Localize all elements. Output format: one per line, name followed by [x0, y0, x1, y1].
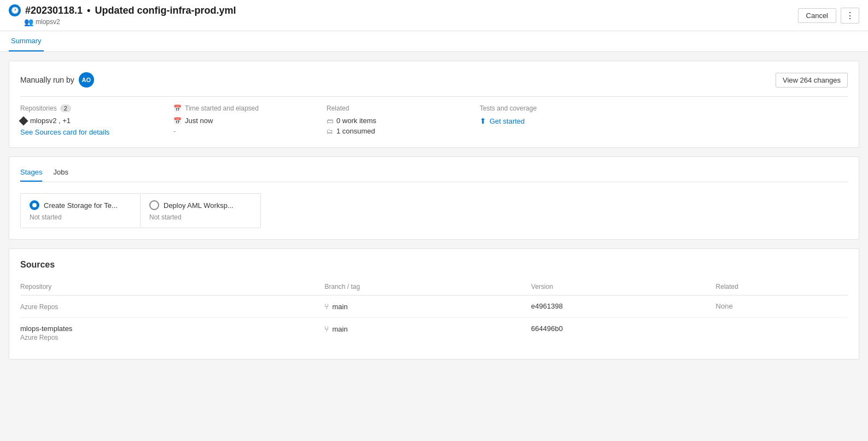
- repo-type-1: Azure Repos: [20, 303, 324, 311]
- get-started-link[interactable]: ⬆ Get started: [480, 117, 622, 125]
- related-label: Related: [327, 105, 469, 112]
- tab-jobs[interactable]: Jobs: [53, 168, 68, 182]
- version-cell-1: e4961398: [531, 295, 715, 318]
- main-content: Manually run by AO View 264 changes Repo…: [0, 52, 868, 368]
- stage-title-1: Create Storage for Te...: [30, 200, 131, 210]
- tests-section: Tests and coverage ⬆ Get started: [480, 105, 633, 136]
- nav-tabs: Summary: [0, 31, 868, 52]
- stage-title-2: Deploy AML Worksp...: [149, 200, 252, 210]
- avatar: AO: [79, 72, 94, 88]
- branch-icon-2: ⑂: [324, 324, 329, 333]
- related-section: Related 🗃 0 work items 🗂 1 consumed: [327, 105, 480, 136]
- branch-value-1: main: [332, 303, 347, 311]
- stages-card: Stages Jobs Create Storage for Te... Not…: [9, 156, 859, 240]
- stage-name-1: Create Storage for Te...: [44, 201, 118, 210]
- top-bar: 🕐 #20230118.1 • Updated config-infra-pro…: [0, 0, 868, 31]
- consumed-icon: 🗂: [327, 127, 333, 135]
- view-changes-button[interactable]: View 264 changes: [776, 73, 848, 88]
- diamond-icon: [19, 116, 28, 125]
- repo-name-2: mlops-templates: [20, 324, 324, 333]
- tab-summary[interactable]: Summary: [9, 31, 44, 51]
- repo-name: mlopsv2 , +1: [30, 117, 71, 125]
- top-bar-actions: Cancel ⋮: [798, 8, 859, 24]
- stage-status-2: Not started: [149, 213, 252, 221]
- work-items-value: 🗃 0 work items: [327, 117, 469, 125]
- stages-grid: Create Storage for Te... Not started Dep…: [20, 193, 848, 228]
- branch-value-2: main: [332, 325, 347, 333]
- repositories-badge: 2: [60, 105, 71, 112]
- manually-run-section: Manually run by AO: [20, 72, 94, 88]
- more-options-button[interactable]: ⋮: [841, 8, 859, 24]
- col-branch: Branch / tag: [324, 278, 531, 295]
- sources-table: Repository Branch / tag Version Related …: [20, 278, 848, 348]
- time-label: 📅 Time started and elapsed: [173, 105, 316, 112]
- table-row: Azure Repos ⑂ main e4961398 None: [20, 295, 848, 318]
- circle-icon: [149, 200, 159, 210]
- sources-link[interactable]: See Sources card for details: [20, 128, 109, 136]
- run-subtitle: 👥 mlopsv2: [24, 18, 236, 26]
- run-title-text: Updated config-infra-prod.yml: [95, 5, 236, 16]
- related-cell-2: [716, 318, 848, 349]
- branch-cell-2: ⑂ main: [324, 318, 531, 349]
- branch-icon-1: ⑂: [324, 302, 329, 311]
- version-cell-2: 664496b0: [531, 318, 715, 349]
- related-cell-1: None: [716, 295, 848, 318]
- col-related: Related: [716, 278, 848, 295]
- summary-card: Manually run by AO View 264 changes Repo…: [9, 61, 859, 148]
- col-version: Version: [531, 278, 715, 295]
- time-secondary: -: [173, 127, 316, 135]
- repo-row: mlopsv2 , +1: [20, 117, 162, 125]
- run-title: 🕐 #20230118.1 • Updated config-infra-pro…: [9, 4, 236, 16]
- repo-type-2: Azure Repos: [20, 334, 324, 341]
- sources-card: Sources Repository Branch / tag Version …: [9, 248, 859, 359]
- stages-tabs: Stages Jobs: [20, 168, 848, 182]
- info-grid: Repositories 2 mlopsv2 , +1 See Sources …: [20, 96, 848, 136]
- tab-stages[interactable]: Stages: [20, 168, 42, 182]
- consumed-value: 🗂 1 consumed: [327, 127, 469, 135]
- repositories-section: Repositories 2 mlopsv2 , +1 See Sources …: [20, 105, 173, 136]
- run-subtitle-text: mlopsv2: [36, 18, 60, 26]
- run-number: #20230118.1: [25, 5, 83, 16]
- clock-icon: 🕐: [9, 4, 21, 16]
- cancel-button[interactable]: Cancel: [798, 8, 836, 23]
- work-items-icon: 🗃: [327, 117, 333, 125]
- time-value: 📅 Just now: [173, 117, 316, 125]
- table-row: mlops-templates Azure Repos ⑂ main 66449…: [20, 318, 848, 349]
- calendar-icon: 📅: [173, 105, 182, 112]
- stage-create-storage[interactable]: Create Storage for Te... Not started: [20, 193, 141, 228]
- time-section: 📅 Time started and elapsed 📅 Just now -: [173, 105, 327, 136]
- sources-title: Sources: [20, 260, 848, 270]
- manually-run-label: Manually run by: [20, 76, 74, 84]
- col-repository: Repository: [20, 278, 324, 295]
- stage-deploy-aml[interactable]: Deploy AML Worksp... Not started: [141, 193, 261, 228]
- stage-name-2: Deploy AML Worksp...: [164, 201, 234, 210]
- branch-cell-1: ⑂ main: [324, 295, 531, 318]
- repo-cell-1: Azure Repos: [20, 295, 324, 318]
- summary-header: Manually run by AO View 264 changes: [20, 72, 848, 88]
- sources-table-header: Repository Branch / tag Version Related: [20, 278, 848, 295]
- repositories-label: Repositories 2: [20, 105, 162, 112]
- tests-label: Tests and coverage: [480, 105, 622, 112]
- time-calendar-icon: 📅: [173, 117, 182, 125]
- run-separator: •: [87, 5, 90, 16]
- stage-status-1: Not started: [30, 213, 131, 221]
- spinner-icon: [30, 200, 39, 210]
- test-icon: ⬆: [480, 117, 486, 125]
- run-info: 🕐 #20230118.1 • Updated config-infra-pro…: [9, 4, 236, 26]
- repo-cell-2: mlops-templates Azure Repos: [20, 318, 324, 349]
